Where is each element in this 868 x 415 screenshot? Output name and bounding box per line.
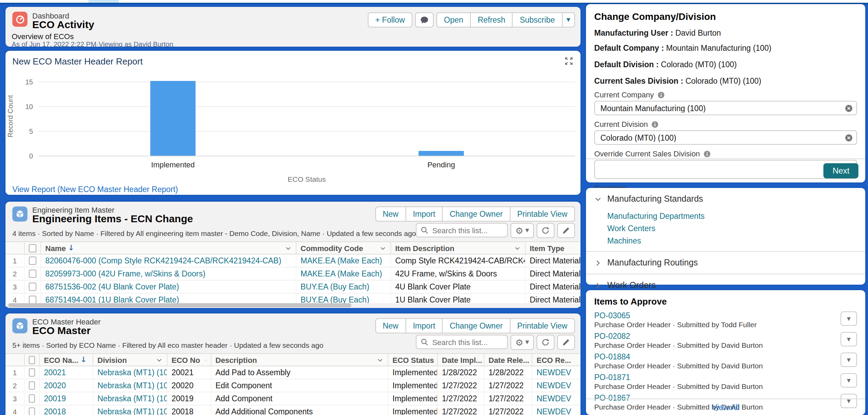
open-button[interactable]: Open (436, 12, 471, 27)
eng-search-input[interactable] (431, 225, 503, 235)
eng-import-button[interactable]: Import (406, 206, 443, 222)
eco-new-button[interactable]: New (375, 318, 406, 333)
work-orders-section[interactable]: Work Orders (594, 281, 857, 290)
eco-col-status[interactable]: ECO Status (388, 354, 438, 366)
eng-item-link[interactable]: 82060476-000 (Comp Style RCK4219424-CAB/… (45, 257, 281, 265)
bar-implemented[interactable] (150, 81, 196, 156)
current-company-input[interactable] (594, 101, 857, 115)
current-division-input[interactable] (594, 130, 857, 145)
clear-icon[interactable] (845, 104, 853, 112)
eng-col-type[interactable]: Item Type (526, 242, 580, 254)
eco-reason-link[interactable]: NEWDEV (537, 381, 571, 390)
division-link[interactable]: Nebraska (MT1) (101) (97, 381, 167, 390)
follow-button[interactable]: + Follow (368, 12, 412, 27)
eco-link[interactable]: 20021 (44, 368, 66, 377)
po-link[interactable]: PO-01884 (594, 353, 630, 361)
division-link[interactable]: Nebraska (MT1) (101) (97, 394, 167, 403)
override-sales-division-input[interactable] (594, 160, 857, 179)
info-icon[interactable] (657, 91, 665, 98)
subscribe-button[interactable]: Subscribe (513, 12, 562, 27)
clear-icon[interactable] (845, 133, 853, 142)
commodity-link[interactable]: MAKE.EA (Make Each) (301, 257, 382, 265)
po-link[interactable]: PO-03065 (594, 311, 630, 320)
eco-refresh-button[interactable] (537, 335, 554, 350)
eco-search-box[interactable] (416, 335, 508, 349)
po-link[interactable]: PO-01867 (594, 394, 630, 402)
select-all-checkbox[interactable] (29, 244, 36, 252)
eco-col-date-rel[interactable]: Date Rele... (484, 354, 532, 366)
row-checkbox[interactable] (29, 296, 36, 304)
eng-settings-button[interactable]: ⚙ ▼ (511, 223, 534, 238)
eng-change-owner-button[interactable]: Change Owner (443, 206, 511, 222)
next-button[interactable]: Next (824, 163, 858, 178)
eco-settings-button[interactable]: ⚙ ▼ (511, 335, 534, 350)
manufacturing-standards-section[interactable]: Manufacturing Standards (594, 194, 857, 204)
po-link[interactable]: PO-01871 (594, 373, 630, 381)
row-checkbox[interactable] (29, 257, 36, 265)
eco-edit-button[interactable] (557, 335, 575, 350)
eng-search-box[interactable] (416, 223, 508, 237)
override-sales-division-field[interactable] (594, 160, 857, 179)
eco-link[interactable]: 20019 (44, 394, 66, 403)
view-all-link[interactable]: View All (586, 403, 865, 412)
eco-reason-link[interactable]: NEWDEV (537, 407, 571, 415)
eng-col-description[interactable]: Item Description (391, 242, 526, 254)
eco-col-description[interactable]: Description (211, 354, 388, 366)
eco-col-name[interactable]: ECO Na...↓ (40, 354, 93, 366)
bar-pending[interactable] (419, 151, 464, 156)
eco-import-button[interactable]: Import (406, 318, 443, 333)
commodity-link[interactable]: BUY.EA (Buy Each) (301, 283, 369, 291)
eng-new-button[interactable]: New (375, 206, 406, 222)
refresh-button[interactable]: Refresh (471, 12, 513, 27)
feed-button[interactable] (415, 12, 434, 27)
eco-printable-view-button[interactable]: Printable View (510, 318, 575, 333)
approval-actions-button[interactable]: ▼ (841, 353, 857, 367)
eco-reason-link[interactable]: NEWDEV (537, 368, 571, 377)
eco-col-eco-re[interactable]: ECO Re... (532, 354, 580, 366)
scrollbar-thumb[interactable] (8, 303, 351, 307)
row-checkbox[interactable] (29, 368, 35, 377)
eng-item-link[interactable]: 68751494-001 (1U Blank Cover Plate) (45, 296, 179, 304)
row-checkbox[interactable] (29, 381, 35, 390)
eng-refresh-button[interactable] (537, 223, 554, 238)
select-all-checkbox[interactable] (29, 356, 35, 364)
info-icon[interactable] (652, 120, 659, 128)
manufacturing-departments-link[interactable]: Manufacturing Departments (607, 212, 857, 220)
dashboard-more-actions-button[interactable]: ▼ (562, 12, 575, 27)
eng-col-commodity[interactable]: Commodity Code (296, 242, 391, 254)
row-checkbox[interactable] (29, 407, 35, 415)
approval-actions-button[interactable]: ▼ (841, 332, 857, 346)
machines-link[interactable]: Machines (607, 237, 857, 245)
approval-actions-button[interactable]: ▼ (841, 311, 857, 326)
eco-search-input[interactable] (431, 337, 503, 347)
eng-printable-view-button[interactable]: Printable View (510, 206, 575, 222)
eng-edit-button[interactable] (557, 223, 575, 238)
horizontal-scrollbar[interactable] (7, 303, 579, 307)
expand-icon[interactable] (564, 56, 574, 66)
work-centers-link[interactable]: Work Centers (607, 224, 857, 233)
commodity-link[interactable]: BUY.EA (Buy Each) (301, 296, 369, 304)
eng-item-link[interactable]: 82059973-000 (42U Frame, w/Skins & Doors… (45, 270, 206, 278)
eco-change-owner-button[interactable]: Change Owner (443, 318, 511, 333)
eng-col-name[interactable]: Name↓ (41, 242, 296, 254)
eco-link[interactable]: 20020 (44, 381, 66, 390)
po-link[interactable]: PO-02082 (594, 332, 630, 340)
eco-col-division[interactable]: Division (93, 354, 167, 366)
row-checkbox[interactable] (29, 283, 36, 291)
division-link[interactable]: Nebraska (MT1) (101) (97, 368, 167, 377)
division-link[interactable]: Nebraska (MT1) (101) (97, 407, 167, 415)
info-icon[interactable] (703, 150, 711, 157)
eco-col-eco-no[interactable]: ECO No (167, 354, 211, 366)
approval-actions-button[interactable]: ▼ (841, 373, 857, 388)
eco-reason-link[interactable]: NEWDEV (537, 394, 571, 403)
commodity-link[interactable]: MAKE.EA (Make Each) (301, 270, 382, 278)
eco-col-date-impl[interactable]: Date Impl... (438, 354, 484, 366)
current-company-field[interactable] (594, 101, 857, 115)
eng-item-link[interactable]: 68751536-002 (4U Blank Cover Plate) (45, 283, 179, 291)
current-division-field[interactable] (594, 130, 857, 145)
row-checkbox[interactable] (29, 394, 35, 403)
row-checkbox[interactable] (29, 270, 36, 278)
eco-link[interactable]: 20018 (44, 407, 66, 415)
view-report-link[interactable]: View Report (New ECO Master Header Repor… (12, 185, 178, 193)
manufacturing-routings-section[interactable]: Manufacturing Routings (594, 258, 857, 268)
